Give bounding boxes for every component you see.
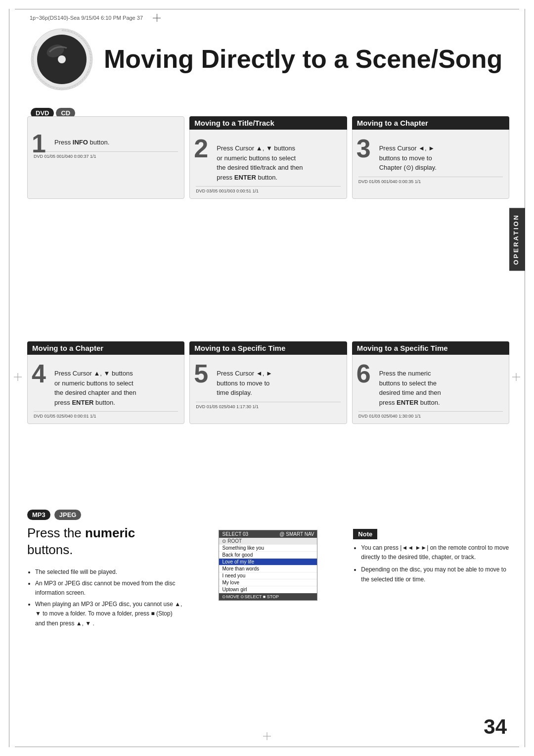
step-3-line2: buttons to move to [379, 154, 432, 162]
step-2-number: 2 [194, 136, 208, 161]
mp3-bullet-list: The selected file will be played. An MP3… [27, 567, 183, 628]
page-title: Moving Directly to a Scene/Song [104, 45, 502, 73]
step-2-bold4: ENTER [234, 174, 256, 181]
step-2-line4: press [217, 174, 234, 181]
border-right [525, 9, 525, 747]
steps-grid-top: 1 Press INFO button. DVD 01/05 001/040 0… [27, 116, 509, 199]
bottom-crosshair-icon [263, 732, 271, 742]
mp3-left-column: Press the numeric buttons. The selected … [27, 525, 183, 630]
step-6-line2: buttons to select the [379, 379, 437, 387]
screen-file-6: Uptown girl [219, 586, 317, 593]
step-4-number: 4 [32, 361, 46, 386]
step-6-header: Moving to a Specific Time [352, 341, 509, 355]
screen-file-4: I need you [219, 572, 317, 579]
print-info: 1p~36p(DS140)-Sea 9/15/04 6:10 PM Page 3… [30, 15, 143, 21]
step-1-card: 1 Press INFO button. DVD 01/05 001/040 0… [27, 116, 184, 199]
mp3-jpeg-badges: MP3 JPEG [27, 510, 509, 520]
step-2-line2: or numeric buttons to select [217, 154, 296, 162]
step-2-content: Press Cursor ▲, ▼ buttons or numeric but… [217, 143, 340, 182]
border-bottom [15, 747, 519, 747]
step-4-line3: the desired chapter and then [54, 389, 136, 396]
right-crosshair-icon [512, 373, 520, 383]
operation-tab: OPERATION [509, 208, 525, 271]
step-5-number: 5 [194, 361, 208, 386]
step-6-line4b: button. [418, 399, 440, 406]
note-bullet-list: You can press |◄◄ ►►| on the remote cont… [353, 543, 509, 584]
step-4-status: DVD 01/05 025/040 0:00:01 1/1 [34, 411, 178, 419]
mp3-content-grid: Press the numeric buttons. The selected … [27, 525, 509, 630]
step-1-number: 1 [32, 131, 46, 156]
step-1-text-prefix: Press [54, 139, 73, 146]
page-number: 34 [484, 715, 507, 739]
step-1-content: Press INFO button. [54, 138, 178, 147]
note-label: Note [353, 529, 377, 539]
screen-file-0: Something like you [219, 545, 317, 552]
screen-file-1: Back for good [219, 552, 317, 559]
screen-header-left: SELECT 03 [222, 531, 248, 537]
print-header: 1p~36p(DS140)-Sea 9/15/04 6:10 PM Page 3… [30, 14, 161, 22]
mp3-bullet-3: When playing an MP3 or JPEG disc, you ca… [35, 600, 183, 628]
step-4-content: Press Cursor ▲, ▼ buttons or numeric but… [54, 369, 178, 407]
step-4-header: Moving to a Chapter [27, 341, 184, 355]
note-bullet-2: Depending on the disc, you may not be ab… [361, 565, 509, 584]
step-2-line3: the desired title/track and then [217, 164, 303, 171]
mp3-title: Press the numeric buttons. [27, 525, 183, 559]
step-2-status: DVD 03/05 001/003 0:00:51 1/1 [196, 186, 340, 193]
mp3-jpeg-section: MP3 JPEG Press the numeric buttons. The … [27, 510, 509, 630]
screen-file-5: My love [219, 579, 317, 586]
step-4-line4b: button. [93, 399, 115, 406]
screen-header-right: @ SMART NAV [279, 531, 314, 537]
step-6-content: Press the numeric buttons to select the … [379, 369, 503, 407]
screen-footer: ⊙MOVE ⊙SELECT ■ STOP [219, 593, 317, 600]
mp3-bullet-1: The selected file will be played. [35, 567, 183, 577]
screen-header: SELECT 03 @ SMART NAV [219, 530, 317, 538]
screen-root-label: ⊙ ROOT [222, 538, 242, 544]
step-1-status: DVD 01/05 001/040 0:00:37 1/1 [34, 151, 178, 159]
step-5-content: Press Cursor ◄, ► buttons to move to tim… [217, 369, 340, 398]
screen-file-2: Love of my life [219, 559, 317, 566]
step-3-number: 3 [356, 136, 371, 161]
screen-footer-text: ⊙MOVE ⊙SELECT ■ STOP [222, 594, 279, 599]
step-4-line2: or numeric buttons to select [54, 379, 134, 387]
step-6-number: 6 [356, 361, 371, 386]
step-6-card: Moving to a Specific Time 6 Press the nu… [352, 341, 509, 424]
jpeg-badge: JPEG [54, 510, 82, 520]
step-1-bold: INFO [73, 139, 88, 146]
step-5-line2: buttons to move to [217, 379, 269, 387]
step-6-status: DVD 01/03 025/040 1:30:00 1/1 [358, 411, 503, 419]
step-5-header: Moving to a Specific Time [189, 341, 347, 355]
screen-root-row: ⊙ ROOT [219, 538, 317, 545]
step-4-line1: Press Cursor ▲, ▼ buttons [54, 370, 133, 377]
mp3-screen-column: SELECT 03 @ SMART NAV ⊙ ROOT Something l… [190, 525, 347, 630]
step-6-line3: desired time and then [379, 389, 441, 396]
step-4-bold4: ENTER [72, 399, 93, 406]
step-4-card: Moving to a Chapter 4 Press Cursor ▲, ▼ … [27, 341, 184, 424]
step-6-line1: Press the numeric [379, 370, 431, 377]
mp3-bullet-2: An MP3 or JPEG disc cannot be moved from… [35, 579, 183, 598]
step-2-line4b: button. [256, 174, 277, 181]
disc-image: 0101010101010101010101010101010101010101… [30, 27, 94, 92]
border-top [15, 9, 519, 9]
step-2-line1: Press Cursor ▲, ▼ buttons [217, 144, 295, 152]
step-3-line1: Press Cursor ◄, ► [379, 144, 435, 152]
svg-point-10 [58, 55, 66, 63]
mp3-title-prefix: Press the [27, 525, 85, 540]
screen-box: SELECT 03 @ SMART NAV ⊙ ROOT Something l… [219, 530, 317, 601]
note-box: Note You can press |◄◄ ►►| on the remote… [353, 525, 509, 630]
step-3-status: DVD 01/05 001/040 0:00:35 1/1 [358, 177, 503, 184]
step-3-line3: Chapter (⊙) display. [379, 164, 437, 171]
screen-file-3: More than words [219, 566, 317, 572]
crosshair-icon [153, 14, 161, 22]
note-bullet-1: You can press |◄◄ ►►| on the remote cont… [361, 543, 509, 562]
mp3-title-bold: numeric [85, 525, 135, 540]
step-6-bold4: ENTER [397, 399, 418, 406]
steps-grid-bottom: Moving to a Chapter 4 Press Cursor ▲, ▼ … [27, 341, 509, 424]
step-5-line3: time display. [217, 389, 252, 396]
step-2-card: Moving to a Title/Track 2 Press Cursor ▲… [189, 116, 347, 199]
border-left [9, 9, 9, 747]
step-6-line4: press [379, 399, 397, 406]
step-5-line1: Press Cursor ◄, ► [217, 370, 272, 377]
title-area: 0101010101010101010101010101010101010101… [30, 27, 509, 92]
step-1-text-suffix: button. [88, 139, 109, 146]
step-3-card: Moving to a Chapter 3 Press Cursor ◄, ► … [352, 116, 509, 199]
